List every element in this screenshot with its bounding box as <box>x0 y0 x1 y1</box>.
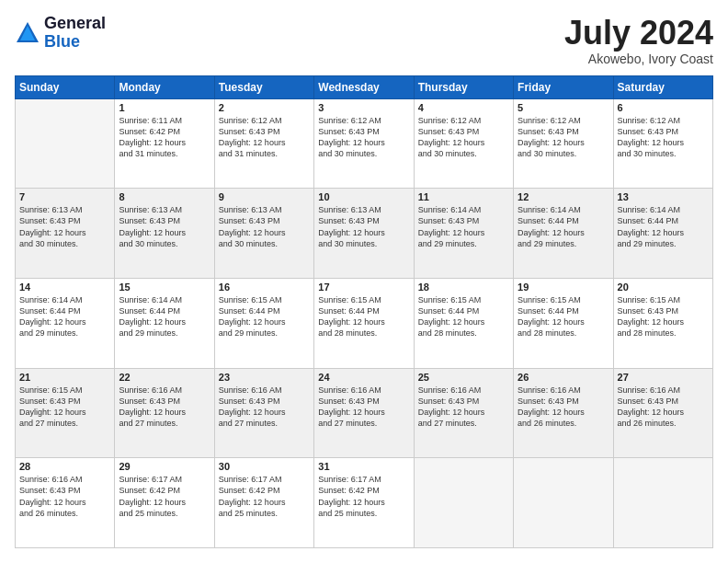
day-info: Sunrise: 6:15 AMSunset: 6:44 PMDaylight:… <box>318 294 409 339</box>
day-info: Sunrise: 6:16 AMSunset: 6:43 PMDaylight:… <box>518 385 609 430</box>
day-cell: 1Sunrise: 6:11 AMSunset: 6:42 PMDaylight… <box>115 98 214 189</box>
day-number: 28 <box>19 461 110 472</box>
day-number: 9 <box>219 191 310 202</box>
day-info: Sunrise: 6:14 AMSunset: 6:44 PMDaylight:… <box>19 294 110 339</box>
day-cell: 12Sunrise: 6:14 AMSunset: 6:44 PMDayligh… <box>514 189 613 279</box>
day-info: Sunrise: 6:16 AMSunset: 6:43 PMDaylight:… <box>219 385 310 430</box>
col-header-friday: Friday <box>514 75 613 98</box>
day-number: 30 <box>219 461 310 472</box>
day-cell: 21Sunrise: 6:15 AMSunset: 6:43 PMDayligh… <box>16 368 115 458</box>
col-header-sunday: Sunday <box>16 75 115 98</box>
col-header-saturday: Saturday <box>613 75 712 98</box>
logo-text: General Blue <box>44 15 106 52</box>
day-cell <box>613 458 712 548</box>
day-number: 24 <box>318 372 409 383</box>
day-number: 7 <box>19 191 110 202</box>
day-cell: 10Sunrise: 6:13 AMSunset: 6:43 PMDayligh… <box>314 189 414 279</box>
day-info: Sunrise: 6:14 AMSunset: 6:44 PMDaylight:… <box>119 294 210 339</box>
day-info: Sunrise: 6:16 AMSunset: 6:43 PMDaylight:… <box>418 385 509 430</box>
day-cell: 13Sunrise: 6:14 AMSunset: 6:44 PMDayligh… <box>613 189 712 279</box>
day-cell: 17Sunrise: 6:15 AMSunset: 6:44 PMDayligh… <box>314 278 414 368</box>
header: General Blue July 2024 Akowebo, Ivory Co… <box>15 15 713 66</box>
day-number: 11 <box>418 191 509 202</box>
calendar-body: 1Sunrise: 6:11 AMSunset: 6:42 PMDaylight… <box>16 98 713 547</box>
location: Akowebo, Ivory Coast <box>564 52 713 66</box>
day-cell: 28Sunrise: 6:16 AMSunset: 6:43 PMDayligh… <box>16 458 115 548</box>
day-cell: 19Sunrise: 6:15 AMSunset: 6:44 PMDayligh… <box>514 278 613 368</box>
day-number: 25 <box>418 372 509 383</box>
day-cell: 27Sunrise: 6:16 AMSunset: 6:43 PMDayligh… <box>613 368 712 458</box>
day-cell: 25Sunrise: 6:16 AMSunset: 6:43 PMDayligh… <box>414 368 513 458</box>
day-cell: 7Sunrise: 6:13 AMSunset: 6:43 PMDaylight… <box>16 189 115 279</box>
day-info: Sunrise: 6:13 AMSunset: 6:43 PMDaylight:… <box>119 204 210 249</box>
day-cell: 20Sunrise: 6:15 AMSunset: 6:43 PMDayligh… <box>613 278 712 368</box>
day-number: 13 <box>618 191 709 202</box>
day-info: Sunrise: 6:13 AMSunset: 6:43 PMDaylight:… <box>318 204 409 249</box>
day-info: Sunrise: 6:17 AMSunset: 6:42 PMDaylight:… <box>219 474 310 519</box>
day-info: Sunrise: 6:12 AMSunset: 6:43 PMDaylight:… <box>318 115 409 160</box>
day-number: 22 <box>119 372 210 383</box>
col-header-thursday: Thursday <box>414 75 513 98</box>
day-number: 14 <box>19 282 110 293</box>
day-cell: 11Sunrise: 6:14 AMSunset: 6:43 PMDayligh… <box>414 189 513 279</box>
day-cell <box>414 458 513 548</box>
day-number: 5 <box>518 102 609 113</box>
logo: General Blue <box>15 15 106 52</box>
day-cell: 15Sunrise: 6:14 AMSunset: 6:44 PMDayligh… <box>115 278 214 368</box>
title-block: July 2024 Akowebo, Ivory Coast <box>564 15 713 66</box>
day-info: Sunrise: 6:17 AMSunset: 6:42 PMDaylight:… <box>318 474 409 519</box>
day-cell: 31Sunrise: 6:17 AMSunset: 6:42 PMDayligh… <box>314 458 414 548</box>
day-cell: 24Sunrise: 6:16 AMSunset: 6:43 PMDayligh… <box>314 368 414 458</box>
week-row-5: 28Sunrise: 6:16 AMSunset: 6:43 PMDayligh… <box>16 458 713 548</box>
day-number: 20 <box>618 282 709 293</box>
col-header-tuesday: Tuesday <box>214 75 313 98</box>
day-number: 18 <box>418 282 509 293</box>
header-row: SundayMondayTuesdayWednesdayThursdayFrid… <box>16 75 713 98</box>
day-cell: 14Sunrise: 6:14 AMSunset: 6:44 PMDayligh… <box>16 278 115 368</box>
day-info: Sunrise: 6:16 AMSunset: 6:43 PMDaylight:… <box>618 385 709 430</box>
week-row-2: 7Sunrise: 6:13 AMSunset: 6:43 PMDaylight… <box>16 189 713 279</box>
day-number: 2 <box>219 102 310 113</box>
logo-blue: Blue <box>44 32 80 51</box>
day-cell: 5Sunrise: 6:12 AMSunset: 6:43 PMDaylight… <box>514 98 613 189</box>
day-cell <box>514 458 613 548</box>
day-cell: 23Sunrise: 6:16 AMSunset: 6:43 PMDayligh… <box>214 368 313 458</box>
day-cell <box>16 98 115 189</box>
day-number: 26 <box>518 372 609 383</box>
day-number: 31 <box>318 461 409 472</box>
day-number: 10 <box>318 191 409 202</box>
page: General Blue July 2024 Akowebo, Ivory Co… <box>0 0 728 563</box>
day-number: 17 <box>318 282 409 293</box>
day-info: Sunrise: 6:12 AMSunset: 6:43 PMDaylight:… <box>518 115 609 160</box>
day-cell: 3Sunrise: 6:12 AMSunset: 6:43 PMDaylight… <box>314 98 414 189</box>
day-number: 6 <box>618 102 709 113</box>
day-number: 19 <box>518 282 609 293</box>
day-info: Sunrise: 6:11 AMSunset: 6:42 PMDaylight:… <box>119 115 210 160</box>
day-number: 23 <box>219 372 310 383</box>
logo-general: General <box>44 14 106 32</box>
day-number: 8 <box>119 191 210 202</box>
day-number: 16 <box>219 282 310 293</box>
day-info: Sunrise: 6:13 AMSunset: 6:43 PMDaylight:… <box>219 204 310 249</box>
col-header-monday: Monday <box>115 75 214 98</box>
day-info: Sunrise: 6:14 AMSunset: 6:44 PMDaylight:… <box>518 204 609 249</box>
day-number: 21 <box>19 372 110 383</box>
week-row-4: 21Sunrise: 6:15 AMSunset: 6:43 PMDayligh… <box>16 368 713 458</box>
logo-icon <box>15 20 40 46</box>
day-cell: 8Sunrise: 6:13 AMSunset: 6:43 PMDaylight… <box>115 189 214 279</box>
day-number: 27 <box>618 372 709 383</box>
day-number: 1 <box>119 102 210 113</box>
day-number: 29 <box>119 461 210 472</box>
day-number: 3 <box>318 102 409 113</box>
day-info: Sunrise: 6:15 AMSunset: 6:44 PMDaylight:… <box>418 294 509 339</box>
week-row-3: 14Sunrise: 6:14 AMSunset: 6:44 PMDayligh… <box>16 278 713 368</box>
day-cell: 18Sunrise: 6:15 AMSunset: 6:44 PMDayligh… <box>414 278 513 368</box>
month-title: July 2024 <box>564 15 713 52</box>
day-info: Sunrise: 6:12 AMSunset: 6:43 PMDaylight:… <box>618 115 709 160</box>
day-cell: 2Sunrise: 6:12 AMSunset: 6:43 PMDaylight… <box>214 98 313 189</box>
day-cell: 30Sunrise: 6:17 AMSunset: 6:42 PMDayligh… <box>214 458 313 548</box>
day-number: 4 <box>418 102 509 113</box>
day-info: Sunrise: 6:14 AMSunset: 6:44 PMDaylight:… <box>618 204 709 249</box>
day-number: 15 <box>119 282 210 293</box>
day-cell: 16Sunrise: 6:15 AMSunset: 6:44 PMDayligh… <box>214 278 313 368</box>
